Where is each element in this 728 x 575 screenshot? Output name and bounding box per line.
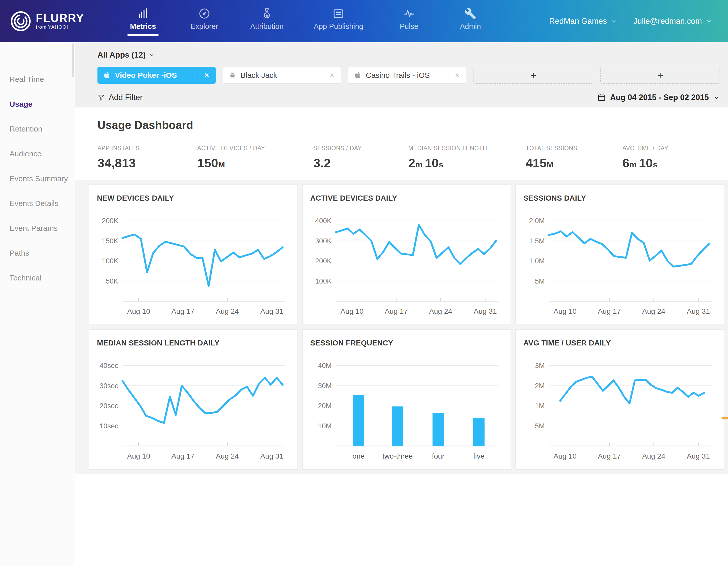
svg-text:Aug 31: Aug 31 (261, 307, 283, 315)
svg-text:Aug 17: Aug 17 (171, 307, 195, 315)
chart-card-avg-time-user: AVG TIME / USER DAILY .5M1M2M3MAug 10Aug… (515, 329, 724, 470)
active-tab-underline (127, 34, 159, 36)
nav-tab-attribution[interactable]: Attribution (250, 6, 284, 36)
nav-tab-pulse[interactable]: Pulse (393, 6, 425, 36)
account-dropdown[interactable]: RedMan Games (549, 16, 617, 26)
svg-text:200K: 200K (315, 257, 332, 265)
chart-title: MEDIAN SESSION LENGTH DAILY (97, 339, 290, 347)
main-nav: Metrics Explorer Attribution (127, 6, 486, 36)
nav-tab-admin[interactable]: Admin (455, 6, 486, 36)
app-chip-black-jack[interactable]: Black Jack × (223, 67, 341, 84)
active-devices-line-chart[interactable]: 100K200K300K400KAug 10Aug 17Aug 24Aug 31 (310, 203, 503, 321)
user-email: Julie@redman.com (633, 16, 702, 26)
sidebar: Real Time Usage Retention Audience Event… (0, 42, 75, 575)
filter-bar: All Apps (12) Video Poker -iOS × (75, 42, 728, 107)
medal-icon (261, 6, 273, 20)
edge-marker (722, 416, 728, 419)
nav-tab-label: App Publishing (314, 22, 363, 31)
svg-text:400K: 400K (315, 217, 332, 225)
add-app-button[interactable]: + (474, 67, 593, 84)
sidebar-item-audience[interactable]: Audience (0, 141, 75, 166)
svg-text:Aug 17: Aug 17 (171, 452, 195, 460)
svg-text:20sec: 20sec (100, 402, 118, 410)
wrench-icon (464, 6, 477, 20)
median-session-length-line-chart[interactable]: 10sec20sec30sec40secAug 10Aug 17Aug 24Au… (97, 348, 290, 466)
svg-text:Aug 31: Aug 31 (474, 307, 496, 315)
pulse-icon (403, 6, 415, 20)
svg-text:Aug 17: Aug 17 (385, 307, 408, 315)
svg-text:50K: 50K (106, 277, 118, 285)
sidebar-item-real-time[interactable]: Real Time (0, 67, 75, 92)
account-name: RedMan Games (549, 16, 607, 26)
nav-tab-explorer[interactable]: Explorer (189, 6, 220, 36)
svg-text:200K: 200K (102, 217, 118, 225)
svg-text:Aug 24: Aug 24 (216, 307, 239, 315)
apple-icon (103, 71, 111, 79)
apple-icon (354, 71, 362, 79)
kpi-sessions-day: SESSIONS / DAY 3.2 (313, 145, 408, 170)
app-chip-video-poker[interactable]: Video Poker -iOS × (98, 67, 216, 84)
sidebar-item-usage[interactable]: Usage (0, 92, 75, 116)
new-devices-line-chart[interactable]: 50K100K150K200KAug 10Aug 17Aug 24Aug 31 (97, 203, 290, 321)
svg-text:2.0M: 2.0M (529, 217, 545, 225)
chart-card-active-devices: ACTIVE DEVICES DAILY 100K200K300K400KAug… (302, 184, 511, 325)
chart-title: AVG TIME / USER DAILY (523, 339, 716, 347)
compass-icon (198, 6, 210, 20)
sidebar-item-events-details[interactable]: Events Details (0, 191, 75, 216)
nav-tab-metrics[interactable]: Metrics (127, 6, 159, 36)
svg-text:20M: 20M (318, 402, 332, 410)
chart-title: SESSIONS DAILY (523, 194, 716, 202)
chevron-down-icon (149, 52, 155, 58)
svg-text:Aug 17: Aug 17 (598, 452, 621, 460)
sidebar-scrollbar[interactable] (72, 43, 74, 77)
brand-subtitle: from YAHOO! (36, 24, 84, 30)
chart-title: SESSION FREQUENCY (310, 339, 503, 347)
kpi-median-session-length: MEDIAN SESSION LENGTH 2m 10s (408, 145, 526, 170)
svg-text:Aug 31: Aug 31 (687, 452, 710, 460)
chart-card-sessions: SESSIONS DAILY .5M1.0M1.5M2.0MAug 10Aug … (515, 184, 724, 325)
app-chip-casino-trails[interactable]: Casino Trails - iOS × (348, 67, 466, 84)
top-nav-bar: FLURRY from YAHOO! Metrics Explorer (0, 0, 728, 42)
svg-text:300K: 300K (315, 237, 332, 245)
sidebar-item-event-params[interactable]: Event Params (0, 216, 75, 241)
flurry-logo[interactable]: FLURRY from YAHOO! (10, 10, 94, 32)
sidebar-item-events-summary[interactable]: Events Summary (0, 166, 75, 191)
add-filter-button[interactable]: Add Filter (98, 93, 143, 102)
date-range-picker[interactable]: Aug 04 2015 - Sep 02 2015 (597, 93, 720, 102)
sidebar-item-technical[interactable]: Technical (0, 265, 75, 290)
all-apps-dropdown[interactable]: All Apps (12) (98, 50, 720, 60)
session-frequency-bar-chart[interactable]: 10M20M30M40Monetwo-threefourfive (310, 348, 503, 466)
chart-title: ACTIVE DEVICES DAILY (310, 194, 503, 202)
svg-text:3M: 3M (535, 362, 545, 370)
remove-app-button[interactable]: × (198, 67, 216, 84)
bar-chart-icon (137, 6, 149, 20)
svg-text:Aug 24: Aug 24 (642, 452, 665, 460)
avg-time-user-line-chart[interactable]: .5M1M2M3MAug 10Aug 17Aug 24Aug 31 (523, 348, 716, 466)
brand-name: FLURRY (36, 12, 84, 24)
svg-text:Aug 31: Aug 31 (261, 452, 283, 460)
svg-text:40sec: 40sec (100, 362, 118, 370)
nav-tab-app-publishing[interactable]: App Publishing (314, 6, 363, 36)
sidebar-item-paths[interactable]: Paths (0, 241, 75, 265)
kpi-active-devices-day: ACTIVE DEVICES / DAY 150M (197, 145, 313, 170)
sessions-line-chart[interactable]: .5M1.0M1.5M2.0MAug 10Aug 17Aug 24Aug 31 (523, 203, 716, 321)
nav-tab-label: Pulse (400, 22, 418, 31)
add-app-button[interactable]: + (600, 67, 720, 84)
kpi-row: APP INSTALLS 34,813 ACTIVE DEVICES / DAY… (98, 145, 720, 170)
chevron-down-icon (705, 18, 712, 25)
chart-card-median-session-length: MEDIAN SESSION LENGTH DAILY 10sec20sec30… (89, 329, 298, 470)
android-icon (229, 71, 236, 79)
svg-text:1.5M: 1.5M (529, 237, 545, 245)
remove-app-button[interactable]: × (448, 67, 466, 83)
app-chip-label: Video Poker -iOS (115, 71, 198, 79)
sidebar-item-retention[interactable]: Retention (0, 116, 75, 141)
user-dropdown[interactable]: Julie@redman.com (633, 16, 712, 26)
charts-grid: NEW DEVICES DAILY 50K100K150K200KAug 10A… (75, 180, 728, 474)
svg-text:40M: 40M (318, 362, 332, 370)
svg-text:100K: 100K (102, 257, 118, 265)
app-chip-label: Casino Trails - iOS (366, 71, 448, 79)
funnel-icon (98, 94, 105, 101)
remove-app-button[interactable]: × (323, 67, 341, 83)
chevron-down-icon (713, 94, 720, 101)
kpi-app-installs: APP INSTALLS 34,813 (98, 145, 197, 170)
